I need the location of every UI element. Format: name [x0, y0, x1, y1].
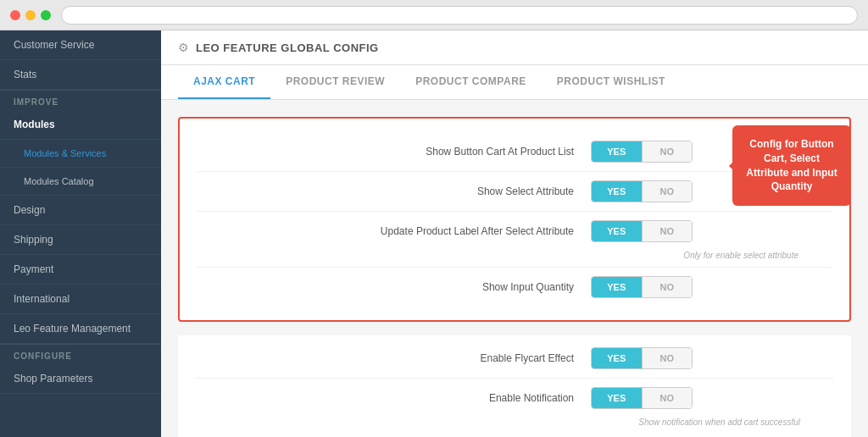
sidebar-item-stats[interactable]: Stats [0, 60, 161, 90]
toggle-yes-flycart[interactable]: YES [592, 348, 642, 368]
toggle-notification: YES NO [591, 387, 693, 409]
toggle-no-show-select-attribute[interactable]: NO [642, 181, 693, 202]
label-notification: Enable Notification [337, 392, 574, 404]
toggle-update-product-label: YES NO [591, 220, 693, 242]
tab-product-compare[interactable]: PRODUCT COMPARE [400, 65, 542, 99]
titlebar [0, 0, 868, 30]
extra-settings: Enable Flycart Effect YES NO Enable Noti… [178, 335, 851, 437]
sidebar-item-payment[interactable]: Payment [0, 255, 161, 285]
config-icon: ⚙ [178, 41, 189, 54]
toggle-yes-show-select-attribute[interactable]: YES [592, 181, 642, 202]
sidebar: Customer Service Stats IMPROVE Modules M… [0, 30, 161, 437]
maximize-button[interactable] [41, 10, 51, 20]
sidebar-item-modules[interactable]: Modules [0, 110, 161, 140]
sidebar-item-international[interactable]: International [0, 285, 161, 314]
page-title: LEO FEATURE GLOBAL CONFIG [196, 41, 379, 54]
toggle-show-input-quantity: YES NO [591, 276, 693, 298]
setting-row-update-product-label: Update Product Label After Select Attrib… [197, 211, 832, 251]
toggle-yes-show-input-quantity[interactable]: YES [592, 277, 642, 297]
toggle-show-button-cart: YES NO [591, 141, 693, 163]
content-area: ⚙ LEO FEATURE GLOBAL CONFIG AJAX CART PR… [161, 30, 868, 437]
label-flycart: Enable Flycart Effect [337, 352, 574, 364]
main-layout: Customer Service Stats IMPROVE Modules M… [0, 30, 868, 437]
minimize-button[interactable] [25, 10, 36, 20]
toggle-no-update-product-label[interactable]: NO [642, 221, 693, 241]
sidebar-item-customer-service[interactable]: Customer Service [0, 30, 161, 60]
tab-product-wishlist[interactable]: PRODUCT WISHLIST [542, 65, 681, 99]
sidebar-item-shop-parameters[interactable]: Shop Parameters [0, 364, 161, 394]
toggle-yes-show-button-cart[interactable]: YES [592, 141, 642, 162]
toggle-show-select-attribute: YES NO [591, 180, 693, 202]
url-bar[interactable] [61, 6, 858, 25]
callout-tooltip: Config for Button Cart, Select Attribute… [732, 125, 851, 206]
toggle-no-flycart[interactable]: NO [642, 348, 693, 368]
page-header: ⚙ LEO FEATURE GLOBAL CONFIG [161, 30, 868, 65]
setting-row-show-input-quantity: Show Input Quantity YES NO [197, 267, 832, 307]
toggle-no-show-button-cart[interactable]: NO [642, 141, 693, 162]
note-row-notification: Show notification when add cart successf… [195, 418, 834, 434]
tab-bar: AJAX CART PRODUCT REVIEW PRODUCT COMPARE… [161, 65, 868, 100]
sidebar-section-improve: IMPROVE [0, 90, 161, 110]
label-update-product-label: Update Product Label After Select Attrib… [337, 225, 574, 237]
sidebar-item-modules-catalog[interactable]: Modules Catalog [0, 168, 161, 196]
sidebar-item-design[interactable]: Design [0, 196, 161, 225]
traffic-lights [10, 10, 51, 20]
label-show-input-quantity: Show Input Quantity [337, 281, 574, 293]
sidebar-item-shipping[interactable]: Shipping [0, 225, 161, 255]
close-button[interactable] [10, 10, 20, 20]
note-update-product-label: Only for enable select attribute [683, 251, 798, 263]
content-body: Config for Button Cart, Select Attribute… [161, 100, 868, 437]
toggle-no-show-input-quantity[interactable]: NO [642, 277, 693, 297]
toggle-flycart: YES NO [591, 347, 693, 369]
setting-row-flycart: Enable Flycart Effect YES NO [195, 339, 834, 378]
tab-product-review[interactable]: PRODUCT REVIEW [270, 65, 400, 99]
label-show-select-attribute: Show Select Attribute [337, 185, 574, 197]
label-show-button-cart: Show Button Cart At Product List [337, 146, 574, 158]
note-notification: Show notification when add cart successf… [638, 418, 800, 430]
tab-ajax-cart[interactable]: AJAX CART [178, 65, 270, 99]
sidebar-section-configure: CONFIGURE [0, 344, 161, 364]
toggle-no-notification[interactable]: NO [642, 388, 693, 408]
note-row-update-product: Only for enable select attribute [197, 251, 832, 267]
sidebar-item-modules-services[interactable]: Modules & Services [0, 140, 161, 168]
sidebar-item-leo-feature[interactable]: Leo Feature Management [0, 314, 161, 344]
toggle-yes-notification[interactable]: YES [592, 388, 642, 408]
toggle-yes-update-product-label[interactable]: YES [592, 221, 642, 241]
setting-row-notification: Enable Notification YES NO [195, 378, 834, 418]
